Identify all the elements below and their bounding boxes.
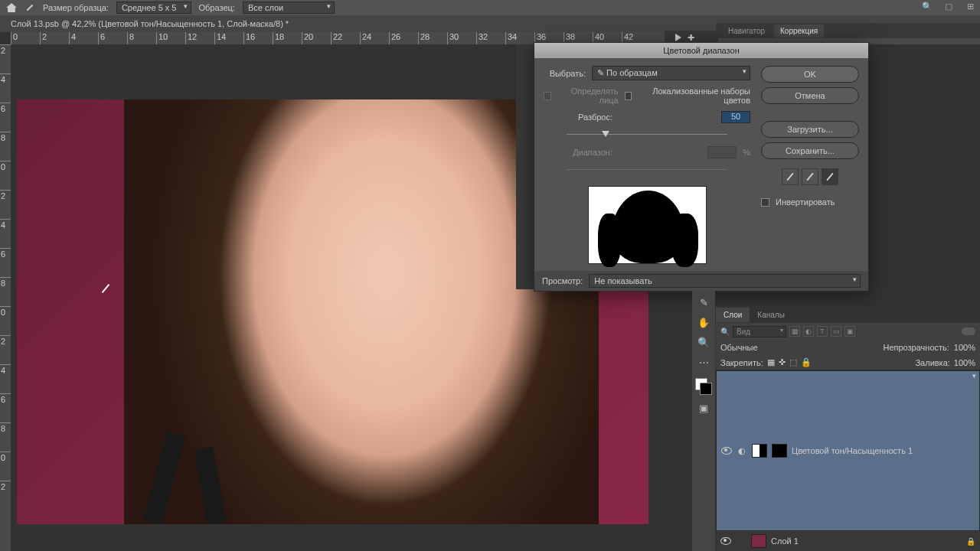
range-input	[707, 146, 737, 158]
color-swatches[interactable]	[695, 378, 712, 395]
sample-size-dropdown[interactable]: Среднее 5 x 5	[116, 2, 191, 14]
hand-icon[interactable]: ✋	[697, 315, 710, 329]
selection-preview[interactable]	[588, 186, 707, 264]
visibility-icon[interactable]	[720, 536, 731, 546]
lock-label: Закрепить:	[720, 358, 763, 367]
fill-value[interactable]: 100%	[954, 358, 975, 367]
workspace-icon[interactable]: ⊞	[965, 2, 975, 12]
window-controls: 🔍 ▢ ⊞	[922, 2, 975, 12]
fill-label: Заливка:	[915, 358, 949, 367]
slider-thumb[interactable]	[602, 131, 609, 137]
load-button[interactable]: Загрузить...	[761, 121, 859, 138]
eyedropper-add-icon[interactable]	[802, 168, 818, 185]
tool-eyedropper-icon[interactable]	[24, 2, 35, 13]
quickmask-icon[interactable]: ▣	[697, 401, 710, 415]
screenmode-icon[interactable]: ▢	[943, 2, 954, 12]
eyedropper-icon[interactable]	[782, 168, 799, 185]
filter-adjust-icon[interactable]: ◐	[803, 326, 814, 337]
detect-faces-checkbox	[544, 92, 551, 100]
eyedropper-cursor	[100, 283, 113, 297]
layer-thumb[interactable]	[751, 534, 766, 548]
fuzziness-input[interactable]: 50	[721, 111, 750, 123]
save-button[interactable]: Сохранить...	[761, 142, 859, 159]
options-bar: Размер образца: Среднее 5 x 5 Образец: В…	[0, 0, 980, 15]
layer-row[interactable]: Слой 1 🔒	[716, 531, 980, 551]
eyedropper-subtract-icon[interactable]	[822, 168, 838, 185]
opacity-value[interactable]: 100%	[954, 343, 975, 352]
tab-channels[interactable]: Каналы	[750, 308, 792, 322]
add-icon[interactable]: ✚	[688, 33, 694, 43]
dialog-title[interactable]: Цветовой диапазон	[534, 43, 868, 58]
filter-shape-icon[interactable]: ▭	[831, 326, 841, 337]
lock-all-icon[interactable]: 🔒	[801, 357, 812, 367]
layer-name[interactable]: Слой 1	[771, 536, 799, 546]
select-method-dropdown[interactable]: ✎ По образцам	[592, 66, 750, 80]
localized-checkbox[interactable]	[625, 92, 632, 100]
brush-icon[interactable]: ✎	[697, 295, 710, 309]
more-icon[interactable]: ⋯	[697, 355, 710, 369]
filter-pixel-icon[interactable]: ▦	[789, 326, 800, 337]
ok-button[interactable]: OK	[761, 66, 859, 83]
filter-toggle[interactable]	[962, 328, 975, 335]
lock-icon: 🔒	[966, 537, 975, 546]
document-tab[interactable]: Слой 13.psb @ 42,2% (Цветовой тон/Насыще…	[11, 19, 289, 28]
select-label: Выбрать:	[544, 69, 586, 78]
opacity-label: Непрозрачность:	[883, 343, 949, 352]
sample-dropdown[interactable]: Все слои	[243, 2, 335, 14]
collapsed-panel-strip[interactable]	[516, 44, 534, 289]
filter-smart-icon[interactable]: ▣	[844, 326, 855, 337]
tab-navigator[interactable]: Навигатор	[722, 24, 771, 37]
zoom-icon[interactable]: 🔍	[697, 335, 710, 349]
tab-layers[interactable]: Слои	[716, 308, 750, 322]
preview-label: Просмотр:	[542, 276, 583, 285]
play-icon[interactable]	[675, 34, 681, 41]
detect-faces-label: Определять лица	[557, 86, 619, 105]
tool-column: ✎ ✋ 🔍 ⋯ ▣	[692, 291, 715, 551]
filter-type-icon[interactable]: T	[817, 326, 828, 337]
ruler-vertical[interactable]: 2468024680246802	[0, 44, 11, 551]
layer-thumb[interactable]	[752, 444, 767, 458]
preview-dropdown[interactable]: Не показывать	[589, 274, 861, 288]
layer-row[interactable]: ◐ Цветовой тон/Насыщенность 1	[716, 370, 980, 531]
layers-panel: Слои Каналы 🔍 Вид ▦ ◐ T ▭ ▣ Обычные Непр…	[716, 306, 980, 551]
tab-correction[interactable]: Коррекция	[774, 24, 824, 37]
home-icon[interactable]	[6, 3, 17, 12]
range-label: Диапазон:	[544, 148, 612, 157]
invert-label: Инвертировать	[776, 197, 835, 207]
color-range-dialog: Цветовой диапазон Выбрать: ✎ По образцам…	[534, 42, 869, 292]
range-unit: %	[743, 148, 750, 157]
lock-pixels-icon[interactable]: ▦	[767, 357, 775, 367]
sample-size-label: Размер образца:	[43, 3, 109, 12]
right-panel-tabs: Навигатор Коррекция	[716, 23, 980, 38]
preview-silhouette	[612, 191, 684, 263]
layer-name[interactable]: Цветовой тон/Насыщенность 1	[792, 446, 913, 455]
adjustment-icon[interactable]: ◐	[737, 446, 747, 456]
visibility-icon[interactable]	[721, 445, 732, 456]
cancel-button[interactable]: Отмена	[761, 87, 859, 104]
range-slider	[567, 168, 727, 172]
sample-label: Образец:	[199, 3, 235, 12]
fuzziness-label: Разброс:	[544, 112, 612, 122]
lock-artboard-icon[interactable]: ⬚	[789, 357, 797, 367]
fuzziness-slider[interactable]	[567, 132, 727, 137]
search-icon[interactable]: 🔍	[922, 2, 933, 12]
invert-checkbox[interactable]	[761, 198, 769, 207]
layer-filter-dropdown[interactable]: Вид	[733, 326, 786, 337]
blend-mode-dropdown[interactable]: Обычные	[720, 343, 758, 352]
mask-thumb[interactable]	[772, 444, 787, 458]
localized-label: Локализованные наборы цветов	[638, 86, 750, 105]
lock-position-icon[interactable]: ✜	[779, 357, 786, 367]
